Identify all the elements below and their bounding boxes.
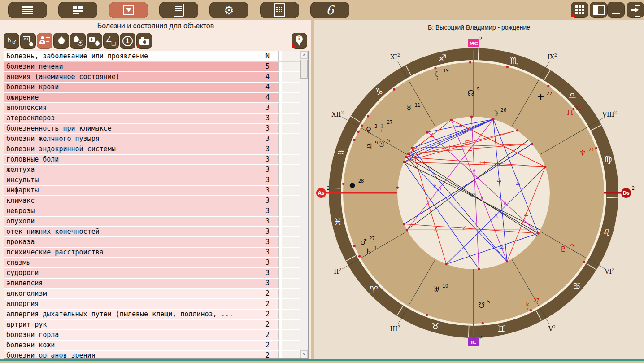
table-header[interactable]: Болезнь, заболевание или проявление N	[4, 51, 308, 62]
logo-button[interactable]: 6	[310, 2, 349, 18]
count-cell[interactable]: 2	[263, 289, 279, 298]
drop-add-button[interactable]: +	[70, 33, 86, 49]
snapshot-button[interactable]	[136, 33, 152, 49]
table-row[interactable]: анемия (анемичное состояние)4	[4, 72, 308, 82]
natal-chart-wheel[interactable]: ♐♏♎♍♌♋♊♉♈♓♒♑XI2XII2II2III2V2VI2VIII2IX2M…	[314, 20, 644, 359]
disease-cell[interactable]: болезни печени	[4, 62, 263, 71]
table-row[interactable]: артрит рук2	[4, 320, 308, 329]
scroll-down-arrow[interactable]: ∨	[300, 350, 308, 358]
column-disease[interactable]: Болезнь, заболевание или проявление	[4, 51, 263, 61]
medical-drop-button[interactable]: +	[87, 33, 102, 49]
disease-cell[interactable]: анемия (анемичное состояние)	[4, 72, 263, 82]
table-row[interactable]: инсульты3	[4, 175, 308, 185]
table-row[interactable]: болезни органов зрения2	[4, 351, 308, 359]
disease-cell[interactable]: болезни горла	[4, 330, 263, 340]
disease-cell[interactable]: неврозы	[4, 206, 263, 216]
count-cell[interactable]: 2	[263, 320, 279, 329]
table-row[interactable]: болезни кожи2	[4, 341, 308, 350]
disease-cell[interactable]: алкоголизм	[4, 289, 263, 298]
table-row[interactable]: отек нижних конечностей3	[4, 227, 308, 236]
count-cell[interactable]: 3	[263, 206, 279, 216]
table-row[interactable]: климакс3	[4, 196, 308, 206]
windows-layout-button[interactable]	[58, 2, 97, 18]
count-cell[interactable]: 3	[263, 175, 279, 185]
count-cell[interactable]: 3	[263, 134, 279, 144]
disease-cell[interactable]: климакс	[4, 196, 263, 206]
table-row[interactable]: болезни крови4	[4, 83, 308, 92]
count-cell[interactable]: 3	[263, 196, 279, 206]
disease-cell[interactable]: судороги	[4, 268, 263, 278]
tables-button[interactable]	[260, 2, 299, 18]
table-scrollbar[interactable]: ∧ ∨	[300, 51, 308, 358]
disease-cell[interactable]: болезни органов зрения	[4, 351, 263, 359]
disease-cell[interactable]: опухоли	[4, 217, 263, 226]
table-row[interactable]: атеросклероз3	[4, 114, 308, 123]
table-row[interactable]: желтуха3	[4, 165, 308, 175]
count-cell[interactable]: 3	[263, 248, 279, 257]
count-cell[interactable]: 4	[263, 93, 279, 102]
count-cell[interactable]: 2	[263, 330, 279, 340]
annotations-button[interactable]: AT	[20, 33, 36, 49]
table-row[interactable]: болезни эндокринной системы3	[4, 144, 308, 154]
table-row[interactable]: эпилепсия3	[4, 279, 308, 288]
disease-cell[interactable]: болезни эндокринной системы	[4, 144, 263, 154]
count-cell[interactable]: 2	[263, 310, 279, 319]
disease-cell[interactable]: отек нижних конечностей	[4, 227, 263, 236]
disease-cell[interactable]: инсульты	[4, 175, 263, 185]
scroll-up-arrow[interactable]: ∧	[300, 51, 308, 59]
table-row[interactable]: болезни желчного пузыря3	[4, 134, 308, 144]
table-row[interactable]: психические расстройства3	[4, 248, 308, 257]
table-row[interactable]: спазмы3	[4, 258, 308, 267]
count-cell[interactable]: 3	[263, 124, 279, 133]
count-cell[interactable]: 3	[263, 258, 279, 267]
disease-cell[interactable]: аллергия дыхательных путей (пылевые клещ…	[4, 310, 263, 319]
count-cell[interactable]: 2	[263, 341, 279, 350]
table-row[interactable]: ожирение4	[4, 93, 308, 102]
disease-cell[interactable]: инфаркты	[4, 186, 263, 195]
split-view-button[interactable]	[590, 2, 607, 18]
count-cell[interactable]: 3	[263, 155, 279, 164]
table-row[interactable]: опухоли3	[4, 217, 308, 226]
disease-cell[interactable]: ожирение	[4, 93, 263, 102]
disease-cell[interactable]: эпилепсия	[4, 279, 263, 288]
count-cell[interactable]: 3	[263, 186, 279, 195]
count-cell[interactable]: 3	[263, 227, 279, 236]
count-cell[interactable]: 3	[263, 114, 279, 123]
table-row[interactable]: алкоголизм2	[4, 289, 308, 298]
count-cell[interactable]: 3	[263, 268, 279, 278]
count-cell[interactable]: 3	[263, 279, 279, 288]
menu-button[interactable]	[8, 2, 47, 18]
count-cell[interactable]: 2	[263, 351, 279, 359]
disease-cell[interactable]: апоплексия	[4, 103, 263, 113]
count-cell[interactable]: 3	[263, 144, 279, 154]
info-button[interactable]: i	[120, 33, 135, 49]
disease-cell[interactable]: болезни крови	[4, 83, 263, 92]
drop-button[interactable]	[53, 33, 69, 49]
chart-view-button[interactable]	[109, 2, 148, 18]
settings-button[interactable]: ⚙	[209, 2, 248, 18]
disease-cell[interactable]: атеросклероз	[4, 114, 263, 123]
disease-cell[interactable]: психические расстройства	[4, 248, 263, 257]
report-button[interactable]	[159, 2, 198, 18]
planets-filter-button[interactable]: ♄♂	[4, 33, 19, 49]
disease-cell[interactable]: болезненность при климаксе	[4, 124, 263, 133]
column-count[interactable]: N	[263, 51, 279, 61]
table-row[interactable]: болезни печени5	[4, 62, 308, 71]
exit-button[interactable]	[627, 2, 644, 18]
count-cell[interactable]: 5	[263, 62, 279, 71]
diseases-list-button[interactable]: ♥	[37, 33, 52, 49]
table-row[interactable]: проказа3	[4, 237, 308, 247]
table-row[interactable]: судороги3	[4, 268, 308, 278]
disease-cell[interactable]: желтуха	[4, 165, 263, 175]
disease-cell[interactable]: спазмы	[4, 258, 263, 267]
table-row[interactable]: болезни горла2	[4, 330, 308, 340]
aspects-config-button[interactable]: ∠□	[103, 33, 119, 49]
count-cell[interactable]: 3	[263, 165, 279, 175]
count-cell[interactable]: 3	[263, 237, 279, 247]
count-cell[interactable]: 2	[263, 299, 279, 309]
disease-cell[interactable]: головные боли	[4, 155, 263, 164]
table-row[interactable]: головные боли3	[4, 155, 308, 164]
count-cell[interactable]: 3	[263, 217, 279, 226]
table-row[interactable]: апоплексия3	[4, 103, 308, 113]
disease-cell[interactable]: болезни кожи	[4, 341, 263, 350]
